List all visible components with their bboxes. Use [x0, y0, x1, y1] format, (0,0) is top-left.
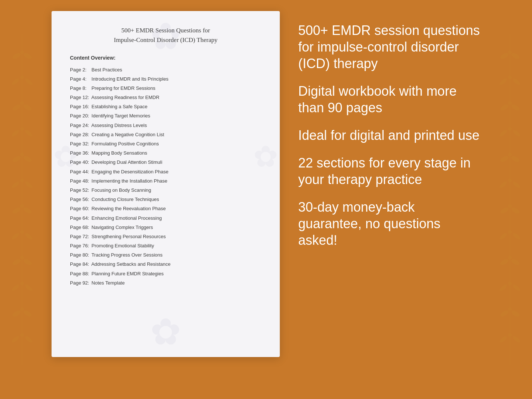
toc-item: Page 2: Best Practices [70, 65, 261, 74]
svg-point-14 [23, 155, 33, 163]
toc-page-num: Page 52: [70, 187, 90, 194]
toc-title: Reviewing the Reevaluation Phase [90, 206, 166, 211]
svg-point-28 [11, 283, 20, 292]
toc-title: Enhancing Emotional Processing [90, 215, 162, 221]
svg-point-59 [499, 232, 508, 240]
svg-point-47 [499, 129, 508, 137]
toc-title: Mapping Body Sensations [90, 150, 147, 156]
svg-point-18 [20, 179, 24, 182]
toc-item: Page 48: Implementing the Installation P… [70, 176, 261, 186]
toc-page-num: Page 80: [70, 252, 90, 258]
svg-point-3 [20, 50, 24, 54]
toc-page-num: Page 88: [70, 271, 90, 277]
toc-title: Strengthening Personal Resources [90, 234, 166, 239]
toc-title: Establishing a Safe Space [90, 104, 147, 109]
toc-page-num: Page 84: [70, 261, 90, 268]
svg-point-33 [20, 307, 24, 311]
toc-item: Page 92: Notes Template [70, 278, 261, 287]
svg-point-41 [499, 77, 508, 86]
toc-item: Page 40: Developing Dual Attention Stimu… [70, 158, 261, 167]
toc-item: Page 52: Focusing on Body Scanning [70, 186, 261, 195]
svg-point-20 [23, 206, 33, 215]
toc-item: Page 44: Engaging the Desensitization Ph… [70, 167, 261, 176]
svg-point-7 [12, 103, 22, 112]
toc-item: Page 64: Enhancing Emotional Processing [70, 213, 261, 223]
document-card: ✿ ✿ ✿ ✿ 500+ EMDR Session Questions for … [52, 11, 280, 357]
svg-point-40 [508, 50, 512, 54]
svg-point-63 [511, 258, 521, 266]
svg-point-73 [508, 333, 512, 337]
toc-item: Page 84: Addressing Setbacks and Resista… [70, 260, 261, 269]
svg-point-22 [11, 232, 20, 240]
svg-point-13 [12, 155, 22, 163]
svg-point-67 [508, 282, 512, 285]
toc-title: Notes Template [90, 280, 125, 286]
svg-point-49 [508, 127, 512, 131]
svg-point-57 [511, 206, 521, 215]
svg-point-2 [23, 52, 33, 60]
toc-title: Preparing for EMDR Sessions [90, 85, 155, 91]
svg-point-66 [512, 283, 521, 292]
toc-page-num: Page 16: [70, 103, 90, 110]
toc-page-num: Page 24: [70, 122, 90, 129]
svg-point-19 [12, 206, 22, 215]
svg-point-6 [20, 75, 24, 79]
svg-point-42 [512, 77, 521, 86]
toc-page-num: Page 20: [70, 113, 90, 119]
svg-point-45 [511, 103, 521, 112]
svg-point-44 [500, 103, 510, 112]
toc-item: Page 76: Promoting Emotional Stability [70, 241, 261, 251]
svg-point-62 [500, 258, 510, 266]
svg-point-30 [20, 282, 24, 285]
right-panel: 500+ EMDR session questions for impulse-… [298, 11, 480, 248]
svg-point-48 [512, 129, 521, 137]
toc-title: Developing Dual Attention Stimuli [90, 159, 162, 165]
svg-point-64 [508, 256, 512, 259]
svg-point-52 [508, 153, 512, 156]
toc-item: Page 20: Identifying Target Memories [70, 112, 261, 121]
svg-point-27 [20, 256, 24, 259]
doc-title-line2: Impulse-Control Disorder (ICD) Therapy [114, 36, 218, 43]
svg-point-70 [508, 307, 512, 311]
svg-point-55 [508, 179, 512, 182]
watermark-bottom: ✿ [150, 310, 181, 353]
toc-title: Conducting Closure Techniques [90, 197, 159, 202]
svg-point-38 [500, 52, 510, 60]
toc-item: Page 24: Assessing Distress Levels [70, 121, 261, 130]
svg-point-21 [20, 204, 24, 208]
svg-point-29 [24, 283, 33, 292]
toc-page-num: Page 76: [70, 243, 90, 249]
svg-point-24 [20, 230, 24, 234]
toc-title: Assessing Readiness for EMDR [90, 95, 159, 100]
toc-item: Page 36: Mapping Body Sensations [70, 149, 261, 158]
svg-point-8 [23, 103, 33, 112]
svg-point-26 [23, 258, 33, 266]
svg-point-31 [12, 310, 22, 318]
svg-point-16 [11, 180, 20, 189]
toc-item: Page 68: Navigating Complex Triggers [70, 223, 261, 232]
doc-title-line1: 500+ EMDR Session Questions for [121, 27, 210, 34]
svg-point-36 [20, 333, 24, 337]
toc-page-num: Page 8: [70, 85, 90, 92]
toc-page-num: Page 40: [70, 159, 90, 166]
toc-title: Implementing the Installation Phase [90, 178, 168, 184]
svg-point-12 [20, 127, 24, 131]
svg-point-35 [24, 335, 33, 343]
toc-title: Tracking Progress Over Sessions [90, 252, 163, 258]
floral-right-border [488, 0, 532, 399]
toc-page-num: Page 32: [70, 141, 90, 147]
toc-page-num: Page 68: [70, 224, 90, 231]
svg-point-11 [24, 129, 33, 137]
svg-point-56 [500, 206, 510, 215]
toc-title: Identifying Target Memories [90, 113, 150, 119]
toc-title: Focusing on Body Scanning [90, 187, 151, 193]
toc-title: Engaging the Desensitization Phase [90, 169, 168, 174]
toc-title: Planning Future EMDR Strategies [90, 271, 163, 276]
toc-page-num: Page 44: [70, 169, 90, 175]
svg-point-72 [512, 335, 521, 343]
content-overview-label: Content Overview: [70, 55, 261, 61]
toc-page-num: Page 2: [70, 67, 90, 73]
svg-point-54 [512, 180, 521, 189]
toc-page-num: Page 56: [70, 196, 90, 203]
toc-item: Page 60: Reviewing the Reevaluation Phas… [70, 204, 261, 213]
